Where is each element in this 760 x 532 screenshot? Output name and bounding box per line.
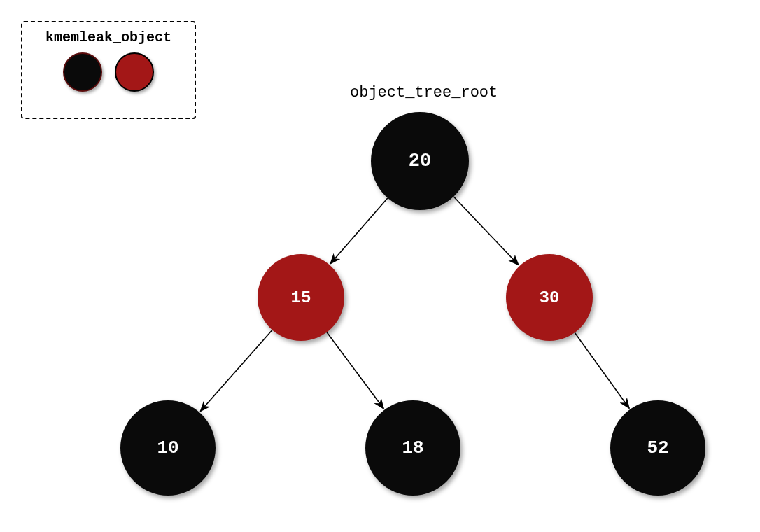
tree-node-52: 52 bbox=[610, 400, 705, 496]
tree-node-label: 10 bbox=[157, 438, 178, 458]
tree-node-label: 52 bbox=[647, 438, 668, 458]
tree-node-18: 18 bbox=[365, 400, 460, 496]
tree-node-label: 30 bbox=[540, 288, 560, 307]
tree-title: object_tree_root bbox=[350, 84, 498, 102]
edge-n20-n15 bbox=[330, 198, 388, 264]
edge-n15-n10 bbox=[200, 330, 272, 411]
legend-swatch-black bbox=[63, 52, 102, 92]
legend-box: kmemleak_object bbox=[21, 21, 196, 119]
legend-swatches bbox=[31, 52, 186, 92]
edge-n15-n18 bbox=[327, 332, 383, 409]
legend-title: kmemleak_object bbox=[31, 29, 186, 46]
tree-node-label: 15 bbox=[291, 288, 311, 307]
tree-node-20: 20 bbox=[371, 112, 469, 210]
tree-node-10: 10 bbox=[120, 400, 216, 496]
tree-node-15: 15 bbox=[258, 254, 344, 341]
edge-n20-n30 bbox=[453, 197, 519, 265]
edge-n30-n52 bbox=[575, 332, 629, 408]
tree-node-30: 30 bbox=[506, 254, 593, 341]
tree-node-label: 18 bbox=[402, 438, 423, 458]
legend-swatch-red bbox=[115, 52, 154, 92]
tree-node-label: 20 bbox=[409, 150, 431, 172]
